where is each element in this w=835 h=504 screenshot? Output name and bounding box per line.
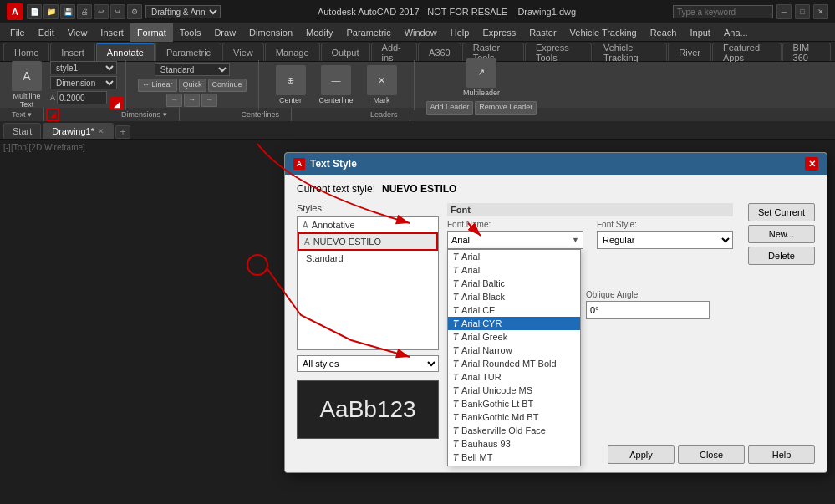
centerlines-panel-label[interactable]: Centerlines [230, 108, 293, 121]
menu-reach[interactable]: Reach [644, 23, 684, 42]
menu-draw[interactable]: Draw [207, 23, 242, 42]
font-item-berlin-sans[interactable]: T Berlin Sans FB [448, 464, 580, 466]
menu-format[interactable]: Format [130, 23, 173, 42]
menu-dimension[interactable]: Dimension [242, 23, 299, 42]
menu-window[interactable]: Window [398, 23, 444, 42]
tab-view[interactable]: View [222, 43, 264, 61]
all-styles-select[interactable]: All styles [297, 355, 439, 372]
menu-file[interactable]: File [3, 23, 32, 42]
close-icon[interactable]: ✕ [813, 4, 828, 19]
undo-icon[interactable]: ↩ [94, 4, 109, 19]
centerline-button[interactable]: — Centerline [314, 64, 359, 106]
menu-insert[interactable]: Insert [94, 23, 130, 42]
dim-btn-1[interactable]: → [166, 94, 182, 107]
multileader-button[interactable]: ↗ Multileader [458, 56, 505, 99]
new-icon[interactable]: 📄 [27, 4, 42, 19]
font-item-arial[interactable]: T Arial [448, 263, 580, 277]
delete-button[interactable]: Delete [748, 247, 815, 265]
text-expand-button[interactable]: ◢ [110, 97, 124, 110]
menu-raster[interactable]: Raster [522, 23, 563, 42]
close-button[interactable]: Close [678, 445, 745, 464]
tab-river[interactable]: River [668, 43, 711, 61]
print-icon[interactable]: 🖨 [77, 4, 92, 19]
menu-view[interactable]: View [61, 23, 94, 42]
center-button[interactable]: ⊕ Center [271, 64, 311, 106]
tab-manage[interactable]: Manage [265, 43, 320, 61]
continue-button[interactable]: Continue [208, 79, 247, 92]
linear-button[interactable]: ↔ Linear [138, 79, 177, 92]
mark-button[interactable]: ✕ Mark [362, 64, 402, 106]
font-item-bell[interactable]: T Bell MT [448, 451, 580, 464]
style-item-standard[interactable]: Standard [298, 251, 438, 266]
workspace-select[interactable]: Drafting & Annotation [145, 5, 221, 18]
menu-modify[interactable]: Modify [299, 23, 339, 42]
menu-vehicle-tracking[interactable]: Vehicle Tracking [563, 23, 644, 42]
font-t-icon: T [453, 359, 458, 369]
menu-parametric[interactable]: Parametric [339, 23, 397, 42]
style-select[interactable]: style1 Standard [50, 61, 117, 74]
menu-express[interactable]: Express [476, 23, 522, 42]
font-item-bankgothic-md[interactable]: T BankGothic Md BT [448, 410, 580, 424]
menu-edit[interactable]: Edit [32, 23, 61, 42]
styles-list[interactable]: A Annotative A NUEVO ESTILO Standard [297, 216, 439, 350]
add-tab-button[interactable]: + [115, 125, 130, 139]
font-item-baskerville[interactable]: T Baskerville Old Face [448, 424, 580, 437]
save-icon[interactable]: 💾 [60, 4, 75, 19]
style-item-annotative[interactable]: A Annotative [298, 217, 438, 232]
menu-bar: File Edit View Insert Format Tools Draw … [0, 23, 835, 42]
oblique-angle-input[interactable] [586, 301, 710, 319]
tab-drawing1-close[interactable]: ✕ [98, 127, 104, 135]
tab-output[interactable]: Output [321, 43, 370, 61]
leaders-buttons: ↗ Multileader [458, 56, 505, 99]
menu-help[interactable]: Help [444, 23, 476, 42]
quick-button[interactable]: Quick [179, 79, 206, 92]
font-item-arial-tur[interactable]: T Arial TUR [448, 370, 580, 384]
help-button[interactable]: Help [748, 445, 815, 464]
font-item-bauhaus[interactable]: T Bauhaus 93 [448, 437, 580, 451]
maximize-icon[interactable]: □ [795, 4, 810, 19]
menu-tools[interactable]: Tools [173, 23, 208, 42]
settings-icon[interactable]: ⚙ [127, 4, 142, 19]
add-leader-button[interactable]: Add Leader [426, 101, 474, 115]
font-item-arial-unicode[interactable]: T Arial Unicode MS [448, 384, 580, 397]
tab-start[interactable]: Start [3, 123, 41, 139]
dim-btn-2[interactable]: → [184, 94, 200, 107]
tab-drawing1[interactable]: Drawing1* ✕ [43, 123, 114, 139]
style-item-nuevo-estilo[interactable]: A NUEVO ESTILO [298, 232, 438, 251]
height-input[interactable] [57, 91, 107, 104]
tab-parametric[interactable]: Parametric [155, 43, 221, 61]
multiline-text-button[interactable]: A MultilineText [7, 59, 47, 110]
search-input[interactable] [673, 5, 773, 18]
font-item-arial-greek[interactable]: T Arial Greek [448, 330, 580, 344]
font-item-label: BankGothic Lt BT [461, 399, 533, 409]
new-button[interactable]: New... [748, 225, 815, 243]
font-name-select[interactable]: Arial ▼ [447, 231, 583, 249]
font-item-arial-black[interactable]: T Arial Black [448, 290, 580, 303]
menu-ana[interactable]: Ana... [717, 23, 755, 42]
menu-input[interactable]: Input [683, 23, 716, 42]
text-expand-box[interactable]: ◢ [46, 108, 59, 121]
dimension-select[interactable]: Dimension [50, 76, 117, 89]
font-item-arial-baltic[interactable]: T Arial Baltic [448, 277, 580, 290]
font-item-arial-cyr[interactable]: T Arial CYR [448, 317, 580, 330]
font-item-arial-rounded[interactable]: T Arial Rounded MT Bold [448, 357, 580, 370]
tab-addins[interactable]: Add-ins [371, 43, 418, 61]
leaders-panel-label[interactable]: Leaders [359, 108, 410, 121]
dim-style-select[interactable]: Standard [155, 63, 230, 76]
tab-bim360[interactable]: BIM 360 [782, 43, 831, 61]
dim-btn-3[interactable]: → [201, 94, 217, 107]
apply-button[interactable]: Apply [608, 445, 675, 464]
set-current-button[interactable]: Set Current [748, 203, 815, 221]
tab-featured-apps[interactable]: Featured Apps [712, 43, 782, 61]
font-style-select[interactable]: Regular Bold Italic Bold Italic [597, 231, 733, 249]
minimize-icon[interactable]: ─ [776, 4, 792, 19]
remove-leader-button[interactable]: Remove Leader [475, 101, 537, 115]
tab-vehicle-tracking[interactable]: Vehicle Tracking [593, 43, 667, 61]
font-item-arial-ce[interactable]: T Arial CE [448, 303, 580, 317]
font-item-arial-narrow[interactable]: T Arial Narrow [448, 344, 580, 357]
redo-icon[interactable]: ↪ [110, 4, 125, 19]
dialog-close-button[interactable]: ✕ [805, 157, 818, 171]
open-icon[interactable]: 📁 [43, 4, 59, 19]
font-item-bankgothic-lt[interactable]: T BankGothic Lt BT [448, 397, 580, 410]
font-item-arial-top[interactable]: T Arial [448, 250, 580, 263]
